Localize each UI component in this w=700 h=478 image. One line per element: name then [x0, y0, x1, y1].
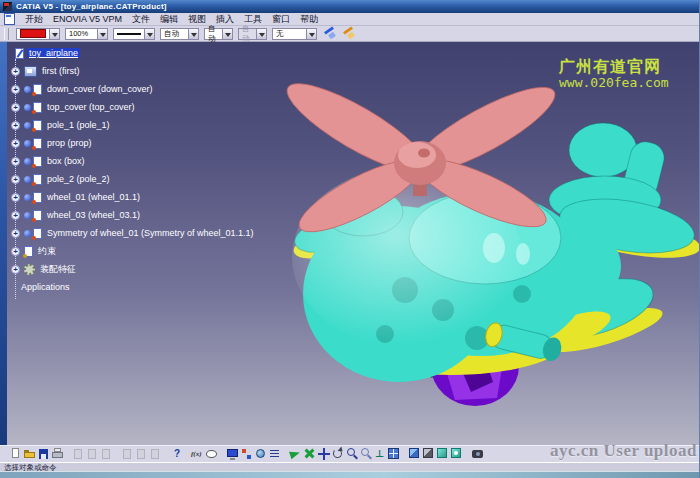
expand-icon[interactable]	[11, 157, 20, 166]
chevron-down-icon[interactable]	[144, 28, 155, 40]
point-style-combo[interactable]: 自动	[204, 28, 233, 40]
expand-icon[interactable]	[11, 175, 20, 184]
expand-icon[interactable]	[11, 67, 20, 76]
menu-enovia[interactable]: ENOVIA V5 VPM	[48, 13, 127, 25]
tree-item-pole-2[interactable]: pole_2 (pole_2)	[9, 170, 256, 188]
tree-item-symmetry[interactable]: Symmetry of wheel_01 (Symmetry of wheel_…	[9, 224, 256, 242]
menu-view[interactable]: 视图	[183, 13, 211, 25]
fit-all-in-icon[interactable]	[303, 447, 316, 461]
tree-item-down-cover[interactable]: down_cover (down_cover)	[9, 80, 256, 98]
tree-item-first[interactable]: first (first)	[9, 62, 256, 80]
instance-icon	[24, 158, 31, 165]
expand-icon[interactable]	[11, 265, 20, 274]
what-is-this-icon[interactable]	[170, 447, 183, 461]
expand-icon[interactable]	[11, 103, 20, 112]
tree-item-label[interactable]: box (box)	[45, 156, 87, 166]
menu-start[interactable]: 开始	[20, 13, 48, 25]
component-icon	[24, 66, 37, 77]
line-type-combo[interactable]	[113, 28, 155, 40]
expand-icon[interactable]	[11, 247, 20, 256]
chat-icon[interactable]	[205, 447, 218, 461]
data-list-icon[interactable]	[268, 447, 281, 461]
tree-item-label[interactable]: Symmetry of wheel_01 (Symmetry of wheel_…	[45, 228, 256, 238]
tree-item-label[interactable]: 约束	[36, 245, 58, 258]
dimple	[513, 285, 531, 303]
tree-item-label[interactable]: pole_2 (pole_2)	[45, 174, 112, 184]
menu-edit[interactable]: 编辑	[155, 13, 183, 25]
tree-item-label[interactable]: 装配特征	[38, 263, 78, 276]
expand-icon[interactable]	[11, 121, 20, 130]
expand-icon[interactable]	[11, 139, 20, 148]
toolbar-grip[interactable]	[4, 28, 9, 40]
product-structure-icon[interactable]	[240, 447, 253, 461]
tree-item-label[interactable]: wheel_01 (wheel_01.1)	[45, 192, 142, 202]
color-swatch	[20, 29, 46, 38]
print-icon[interactable]	[51, 447, 64, 461]
undo-icon	[121, 447, 134, 461]
chevron-down-icon[interactable]	[49, 28, 60, 40]
tree-root-label[interactable]: toy_airplane	[27, 48, 80, 58]
part-icon	[33, 156, 42, 167]
tree-item-label[interactable]: top_cover (top_cover)	[45, 102, 137, 112]
screen-tip-icon[interactable]	[226, 447, 239, 461]
tree-item-label[interactable]: first (first)	[40, 66, 82, 76]
tree-root[interactable]: toy_airplane	[9, 44, 256, 62]
formula-icon[interactable]	[191, 447, 204, 461]
tree-item-label[interactable]: down_cover (down_cover)	[45, 84, 155, 94]
chevron-down-icon[interactable]	[222, 28, 233, 40]
app-icon	[3, 2, 12, 11]
expand-icon[interactable]	[11, 211, 20, 220]
tree-item-applications[interactable]: Applications	[19, 278, 256, 296]
chevron-down-icon[interactable]	[188, 28, 199, 40]
graphic-wizard-icon[interactable]	[341, 27, 355, 40]
transparency-combo[interactable]: 100%	[65, 28, 108, 40]
expand-icon[interactable]	[11, 193, 20, 202]
open-icon[interactable]	[23, 447, 36, 461]
chevron-down-icon[interactable]	[306, 28, 317, 40]
pan-icon[interactable]	[317, 447, 330, 461]
status-bar: 选择对象或命令	[0, 462, 699, 471]
repeat-icon	[149, 447, 162, 461]
document-icon[interactable]	[4, 13, 15, 25]
multi-view-icon[interactable]	[387, 447, 400, 461]
zoom-out-icon[interactable]	[359, 447, 372, 461]
fly-mode-icon[interactable]	[289, 447, 302, 461]
rotate-icon[interactable]	[331, 447, 344, 461]
catalog-browser-icon[interactable]	[254, 447, 267, 461]
tree-item-label[interactable]: prop (prop)	[45, 138, 94, 148]
new-document-icon[interactable]	[9, 447, 22, 461]
tree-item-wheel-01[interactable]: wheel_01 (wheel_01.1)	[9, 188, 256, 206]
tree-item-label[interactable]: Applications	[19, 282, 72, 292]
tree-item-top-cover[interactable]: top_cover (top_cover)	[9, 98, 256, 116]
fill-color-combo[interactable]	[16, 28, 60, 40]
constraints-icon	[24, 246, 33, 257]
chevron-down-icon[interactable]	[97, 28, 108, 40]
tree-item-box[interactable]: box (box)	[9, 152, 256, 170]
normal-view-icon[interactable]	[373, 447, 386, 461]
tree-item-label[interactable]: wheel_03 (wheel_03.1)	[45, 210, 142, 220]
tree-item-constraints[interactable]: 约束	[9, 242, 256, 260]
menu-window[interactable]: 窗口	[267, 13, 295, 25]
tree-item-label[interactable]: pole_1 (pole_1)	[45, 120, 112, 130]
instance-icon	[24, 212, 31, 219]
menu-help[interactable]: 帮助	[295, 13, 323, 25]
part-icon	[33, 174, 42, 185]
expand-icon[interactable]	[11, 229, 20, 238]
thickness-combo[interactable]: 自动	[160, 28, 199, 40]
zoom-in-icon[interactable]	[345, 447, 358, 461]
menu-file[interactable]: 文件	[127, 13, 155, 25]
wireframe-view-icon[interactable]	[436, 447, 449, 461]
tree-item-prop[interactable]: prop (prop)	[9, 134, 256, 152]
tree-item-pole-1[interactable]: pole_1 (pole_1)	[9, 116, 256, 134]
tree-item-assembly-features[interactable]: 装配特征	[9, 260, 256, 278]
3d-viewport[interactable]: 广州有道官网 www.020fea.com toy_airplane first…	[7, 42, 699, 445]
apply-material-icon[interactable]	[450, 447, 463, 461]
shaded-view-icon[interactable]	[422, 447, 435, 461]
save-icon[interactable]	[37, 447, 50, 461]
tree-item-wheel-03[interactable]: wheel_03 (wheel_03.1)	[9, 206, 256, 224]
isometric-view-icon[interactable]	[408, 447, 421, 461]
painter-icon[interactable]	[322, 27, 336, 40]
expand-icon[interactable]	[11, 85, 20, 94]
capture-icon[interactable]	[471, 447, 484, 461]
layer-combo[interactable]: 无	[272, 28, 317, 40]
